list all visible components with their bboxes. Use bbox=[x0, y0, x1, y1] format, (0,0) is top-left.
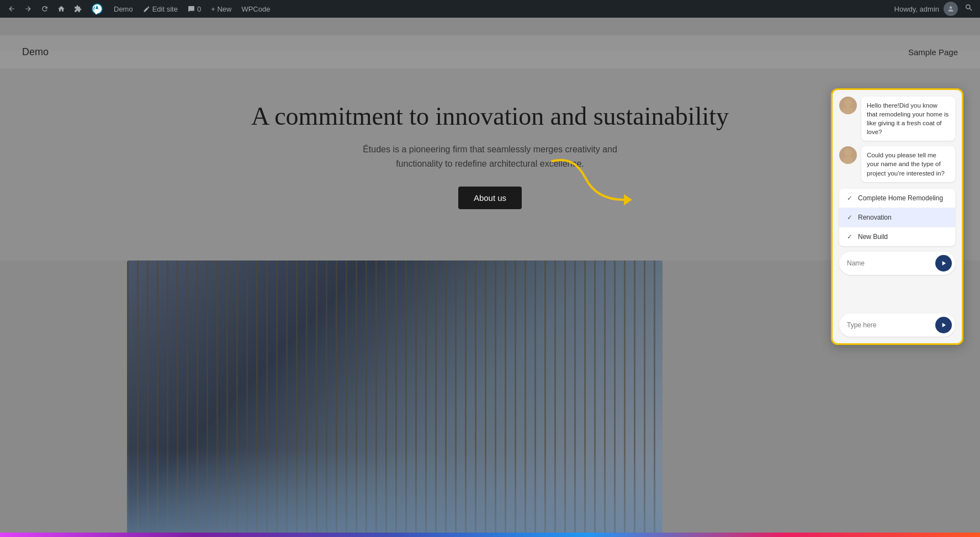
admin-bar-right: Howdy, admin bbox=[894, 1, 976, 17]
chat-spacer bbox=[833, 275, 962, 308]
chat-bubble-1: Hello there!Did you know that remodeling… bbox=[861, 97, 955, 141]
admin-bar-edit-site[interactable]: Edit site bbox=[139, 3, 182, 15]
option-label-2: Renovation bbox=[858, 214, 892, 221]
check-icon-2: ✓ bbox=[846, 214, 854, 221]
site-title: Demo bbox=[22, 46, 49, 58]
type-input[interactable] bbox=[847, 321, 935, 329]
site-header: Demo Sample Page bbox=[0, 35, 980, 68]
search-button[interactable] bbox=[962, 1, 976, 17]
hero-subtext: Études is a pioneering firm that seamles… bbox=[358, 142, 623, 171]
option-label-1: Complete Home Remodeling bbox=[858, 194, 943, 202]
back-button[interactable] bbox=[4, 3, 19, 15]
chat-message-2: Could you please tell me your name and t… bbox=[839, 146, 955, 182]
bot-avatar-1 bbox=[839, 97, 857, 114]
admin-bar-site-name[interactable]: Demo bbox=[109, 3, 137, 15]
chat-body: Hello there!Did you know that remodeling… bbox=[833, 90, 962, 189]
bot-avatar-2 bbox=[839, 146, 857, 164]
chat-message-1: Hello there!Did you know that remodeling… bbox=[839, 97, 955, 141]
option-renovation[interactable]: ✓ Renovation bbox=[839, 208, 955, 227]
option-label-3: New Build bbox=[858, 233, 888, 241]
chat-widget: Hello there!Did you know that remodeling… bbox=[831, 88, 963, 345]
home-button[interactable] bbox=[54, 3, 68, 15]
site-nav: Sample Page bbox=[908, 47, 958, 57]
nav-sample-page[interactable]: Sample Page bbox=[908, 47, 958, 57]
admin-bar-items: Demo Edit site 0 + New WPCode bbox=[109, 3, 890, 15]
browser-nav-icons bbox=[4, 3, 85, 15]
admin-avatar[interactable] bbox=[944, 2, 958, 16]
name-input-row bbox=[839, 252, 955, 275]
refresh-button[interactable] bbox=[38, 3, 52, 15]
admin-bar-comments[interactable]: 0 bbox=[183, 3, 205, 15]
building-image bbox=[127, 260, 663, 536]
svg-point-3 bbox=[843, 107, 853, 114]
about-us-button[interactable]: About us bbox=[458, 187, 522, 209]
check-icon-1: ✓ bbox=[846, 194, 854, 202]
hero-heading: A commitment to innovation and sustainab… bbox=[251, 102, 729, 131]
svg-point-5 bbox=[843, 157, 853, 164]
admin-bar-new[interactable]: + New bbox=[206, 3, 236, 15]
chat-options: ✓ Complete Home Remodeling ✓ Renovation … bbox=[839, 189, 955, 246]
check-icon-3: ✓ bbox=[846, 233, 854, 241]
name-send-button[interactable] bbox=[935, 255, 952, 272]
howdy-text: Howdy, admin bbox=[894, 5, 939, 13]
main-content: Demo Sample Page A commitment to innovat… bbox=[0, 18, 980, 537]
type-send-button[interactable] bbox=[935, 317, 952, 333]
svg-point-2 bbox=[844, 99, 852, 107]
option-complete-home-remodeling[interactable]: ✓ Complete Home Remodeling bbox=[839, 189, 955, 208]
bottom-gradient-bar bbox=[0, 533, 980, 537]
chat-bubble-2: Could you please tell me your name and t… bbox=[861, 146, 955, 182]
wp-logo[interactable] bbox=[89, 1, 105, 17]
extensions-button[interactable] bbox=[71, 3, 85, 15]
type-input-row bbox=[839, 313, 955, 337]
forward-button[interactable] bbox=[21, 3, 35, 15]
option-new-build[interactable]: ✓ New Build bbox=[839, 227, 955, 246]
name-input[interactable] bbox=[847, 259, 935, 267]
svg-point-4 bbox=[844, 149, 852, 157]
admin-bar: Demo Edit site 0 + New WPCode Howdy, adm… bbox=[0, 0, 980, 18]
admin-bar-wpcode[interactable]: WPCode bbox=[237, 3, 274, 15]
